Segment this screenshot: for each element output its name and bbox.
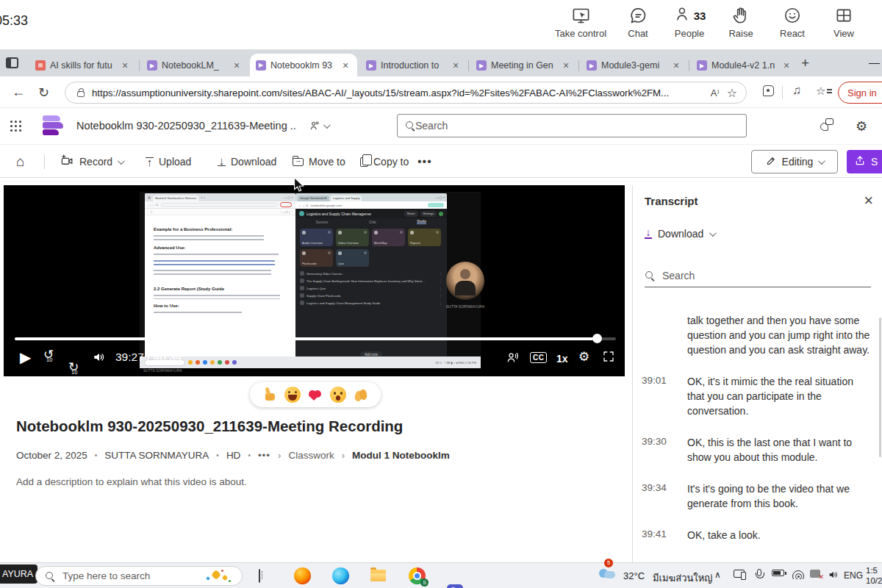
feedback-icon[interactable] — [820, 118, 833, 130]
wifi-icon[interactable] — [792, 567, 804, 579]
audio-voice-icon[interactable] — [506, 350, 520, 368]
clapping-reaction[interactable] — [353, 387, 369, 403]
take-control-button[interactable]: Take control — [553, 4, 609, 39]
tab-close-icon[interactable]: × — [450, 60, 462, 71]
weather-icon[interactable]: 5 — [597, 563, 616, 579]
shared-with-icon[interactable] — [309, 120, 329, 132]
transcript-search-box[interactable] — [645, 270, 871, 287]
search-input[interactable] — [415, 120, 739, 132]
settings-gear-icon[interactable]: ⚙ — [856, 118, 867, 135]
transcript-scrollbar[interactable] — [879, 318, 881, 457]
tab-close-icon[interactable]: × — [781, 60, 792, 71]
volume-icon[interactable] — [92, 350, 107, 368]
move-to-button[interactable]: Move to — [293, 145, 345, 179]
sharepoint-search-box[interactable] — [397, 114, 747, 137]
tab-close-icon[interactable]: × — [560, 60, 572, 71]
browser-tab-5[interactable]: ▶ Meeting in Gen × — [470, 54, 578, 76]
microphone-icon[interactable] — [754, 567, 761, 576]
edge-icon[interactable] — [332, 567, 349, 584]
upload-button[interactable]: ↑ Upload — [146, 145, 191, 179]
breadcrumb-classwork[interactable]: Classwork — [288, 450, 334, 461]
browser-tab-6[interactable]: ▶ Module3-gemi × — [581, 54, 688, 76]
laughing-reaction[interactable] — [284, 387, 301, 403]
favorites-bar-icon[interactable]: ☆ — [816, 85, 832, 98]
tab-close-icon[interactable]: × — [231, 60, 243, 71]
browser-tab-2[interactable]: ▶ NotebookLM_ × — [141, 54, 248, 76]
transcript-download-button[interactable]: ↓ Download — [645, 228, 714, 240]
taskbar-search-box[interactable] — [35, 566, 243, 586]
favorite-star-icon[interactable]: ☆ — [727, 86, 737, 100]
play-button[interactable]: ▶ — [20, 348, 31, 366]
firefox-icon[interactable] — [294, 567, 311, 584]
task-view-icon[interactable] — [259, 570, 260, 583]
surprised-reaction[interactable] — [330, 387, 346, 403]
home-button[interactable]: ⌂ — [16, 145, 24, 179]
sign-in-button[interactable]: Sign in — [838, 82, 882, 104]
record-button[interactable]: Record — [60, 145, 123, 179]
browser-tab-7[interactable]: ▶ Module4-v2 1.n × — [691, 54, 798, 76]
tray-speaker-icon[interactable] — [828, 569, 839, 583]
thumbs-up-reaction[interactable] — [262, 387, 278, 403]
app-launcher-waffle-icon[interactable] — [10, 121, 21, 132]
document-title[interactable]: Notebooklm 930-20250930_211639-Meeting .… — [76, 120, 297, 132]
browser-tab-3-active[interactable]: ▶ Notebooklm 93 × — [250, 54, 357, 76]
new-tab-button[interactable]: + — [801, 57, 809, 69]
transcript-search-input[interactable] — [662, 270, 871, 282]
more-commands-icon[interactable]: ••• — [417, 145, 432, 179]
browser-essentials-icon[interactable] — [763, 85, 774, 96]
language-indicator[interactable]: ENG — [844, 570, 863, 581]
sync-error-icon[interactable] — [810, 567, 820, 578]
video-author[interactable]: SUTTA SORNMAYURA — [104, 450, 209, 461]
transcript-entry[interactable]: 39:30 OK, this is the last one that I wa… — [633, 435, 877, 465]
browser-tab-4[interactable]: ▶ Introduction to × — [360, 54, 467, 76]
video-player[interactable]: Module3-NotebookLm Worksho × + — ▢ × ← →… — [4, 185, 625, 376]
teams-icon[interactable]: 9+ — [447, 584, 463, 588]
copy-to-button[interactable]: Copy to — [360, 145, 409, 179]
url-bar[interactable]: https://assumptionuniversity.sharepoint.… — [65, 82, 747, 104]
breadcrumb-current[interactable]: Modul 1 Notebooklm — [352, 450, 450, 461]
view-button[interactable]: View — [816, 4, 872, 39]
read-aloud-icon[interactable]: A⁾ — [711, 87, 720, 98]
progress-knob[interactable] — [592, 334, 602, 343]
weather-temperature[interactable]: 32°C — [623, 570, 645, 581]
react-button[interactable]: React — [764, 4, 820, 39]
url-text[interactable]: https://assumptionuniversity.sharepoint.… — [92, 87, 703, 98]
stream-logo[interactable] — [43, 115, 63, 136]
breadcrumb-overflow-icon[interactable]: ••• — [258, 450, 270, 461]
download-button[interactable]: ↓ Download — [218, 145, 276, 179]
refresh-icon[interactable]: ↻ — [38, 85, 49, 101]
weather-description[interactable]: มีเมฆส่วนใหญ่ — [653, 570, 712, 586]
video-progress-bar[interactable] — [15, 337, 616, 340]
transcript-entry[interactable]: 39:34 It's it's going to be the video th… — [633, 481, 877, 511]
transcript-entry[interactable]: 39:01 OK, it's it mimic the the real sit… — [633, 374, 877, 418]
chat-button[interactable]: Chat — [610, 4, 666, 39]
window-minimize-button[interactable]: — — [869, 56, 880, 68]
battery-icon[interactable] — [772, 566, 784, 576]
tab-close-icon[interactable]: × — [340, 60, 351, 71]
share-button[interactable]: S — [847, 150, 882, 173]
media-controls-icon[interactable]: ♫ — [792, 84, 801, 97]
tray-chevron-up-icon[interactable]: ∧ — [714, 570, 721, 580]
fullscreen-button[interactable] — [602, 350, 615, 366]
chrome-icon[interactable]: S — [409, 567, 426, 584]
tab-close-icon[interactable]: × — [119, 60, 131, 71]
playback-speed-button[interactable]: 1x — [556, 353, 568, 365]
transcript-close-icon[interactable]: × — [864, 191, 873, 210]
heart-reaction[interactable] — [307, 387, 323, 403]
editing-mode-button[interactable]: Editing — [751, 150, 838, 173]
cast-device-icon[interactable] — [734, 567, 745, 578]
raise-hand-button[interactable]: Raise — [713, 4, 769, 39]
closed-captions-button[interactable]: CC — [530, 352, 547, 363]
player-settings-gear-icon[interactable]: ⚙ — [578, 349, 589, 365]
video-description-placeholder[interactable]: Add a description to explain what this v… — [16, 476, 247, 487]
file-explorer-icon[interactable] — [370, 567, 386, 581]
transcript-entry[interactable]: 39:41 OK, take a look. — [633, 528, 877, 542]
taskbar-search-input[interactable] — [62, 570, 199, 581]
browser-tab-1[interactable]: ▤ AI skills for futu × — [29, 54, 137, 76]
transcript-entry[interactable]: talk together and then you have some que… — [633, 313, 877, 357]
back-icon[interactable]: ← — [12, 85, 25, 100]
tab-close-icon[interactable]: × — [670, 60, 682, 71]
tab-actions-icon[interactable] — [6, 57, 18, 68]
taskbar-clock[interactable]: 1:5 10/2 — [866, 565, 882, 586]
people-button[interactable]: 33 People — [662, 4, 717, 39]
